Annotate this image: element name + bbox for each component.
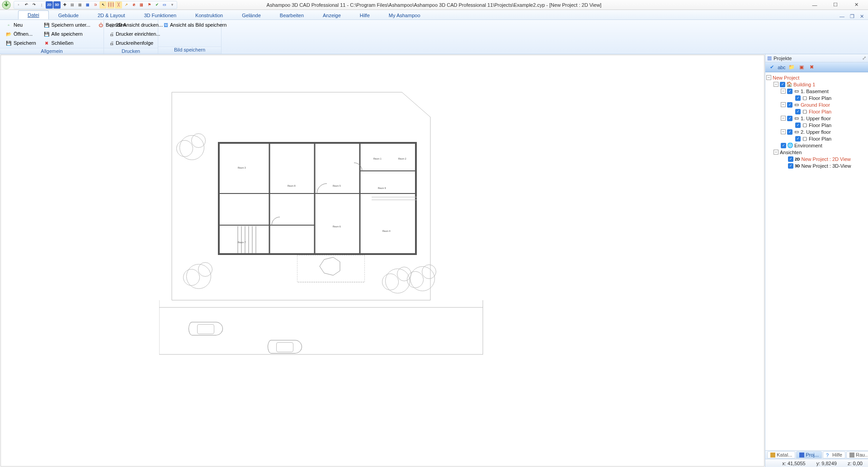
tree-project-root[interactable]: − New Project	[766, 74, 867, 81]
tab-my-ashampoo[interactable]: My Ashampoo	[379, 11, 430, 19]
ribbon-neu[interactable]: ▫Neu	[4, 21, 38, 29]
checkbox-icon[interactable]: ✓	[787, 102, 793, 108]
tree-icon	[410, 266, 435, 291]
path-line	[372, 192, 417, 205]
mdi-restore-icon[interactable]: ❐	[849, 14, 856, 19]
mdi-close-icon[interactable]: ✕	[859, 14, 865, 19]
qat-cursor-icon[interactable]: ↖	[99, 1, 107, 9]
tree-floor-plan[interactable]: ✓ ▢ Floor Plan	[766, 94, 867, 101]
checkbox-icon[interactable]: ✓	[795, 109, 801, 114]
side-tab-hilfe[interactable]: ?Hilfe	[823, 451, 845, 458]
tab-bearbeiten[interactable]: Bearbeiten	[270, 11, 313, 19]
drawing-canvas[interactable]: Raum 3 Raum 8 Raum 5 Raum 1 Raum 2 Raum …	[0, 55, 764, 467]
pin-icon[interactable]: ⤢	[862, 55, 866, 61]
ribbon-speichern-unter[interactable]: 💾Speichern unter...	[42, 21, 92, 29]
tree-floor[interactable]: − ✓ ▭ 1. Basement	[766, 88, 867, 94]
expander-icon[interactable]: −	[781, 89, 786, 94]
qat-list2-icon[interactable]: ▦	[76, 1, 84, 9]
ribbon-schliessen[interactable]: ✖Schließen	[42, 39, 92, 47]
qat-flag-icon[interactable]: ⚑	[146, 1, 153, 9]
projects-panel-title: ▥ Projekte ⤢	[765, 54, 868, 62]
tree-floor[interactable]: − ✓ ▭ 1. Upper floor	[766, 115, 867, 122]
qat-cross-icon[interactable]: ✚	[61, 1, 68, 9]
tab-hilfe[interactable]: Hilfe	[350, 11, 379, 19]
checkbox-icon[interactable]: ✓	[781, 143, 786, 148]
checkbox-icon[interactable]: ✓	[795, 123, 801, 128]
panel-folder-icon[interactable]: 📁	[788, 64, 795, 71]
expander-icon[interactable]: −	[766, 75, 771, 80]
tree-floor-plan-label: Floor Plan	[809, 123, 831, 128]
tree-floor-plan[interactable]: ✓ ▢ Floor Plan	[766, 108, 867, 115]
side-tab-projekte[interactable]: Proj...	[796, 451, 822, 458]
qat-dropdown-icon[interactable]: ▾	[169, 1, 176, 9]
tree-floor-plan[interactable]: ✓ ▢ Floor Plan	[766, 122, 867, 128]
ribbon-ansicht-drucken[interactable]: 🖨2D Ansicht drucken...	[108, 21, 154, 29]
qat-grid-icon[interactable]: ▦	[84, 1, 91, 9]
ribbon-oeffnen[interactable]: 📂Öffnen...	[4, 30, 38, 38]
tree-building[interactable]: − ✓ 🏠 Building 1	[766, 81, 867, 88]
ribbon-drucker-einrichten[interactable]: 🖨Drucker einrichten...	[108, 30, 154, 38]
panel-rename-icon[interactable]: abc	[778, 64, 785, 71]
qat-2d-icon[interactable]: 2D	[46, 1, 53, 9]
tree-icon	[385, 269, 410, 293]
qat-tool1-icon[interactable]: ⎚	[130, 1, 137, 9]
checkbox-icon[interactable]: ✓	[795, 95, 801, 101]
qat-tool2-icon[interactable]: ▥	[138, 1, 145, 9]
ribbon-als-bild[interactable]: 🖼Ansicht als Bild speichern	[162, 21, 217, 29]
qat-ruler2-icon[interactable]: ╳	[115, 1, 122, 9]
qat-tool3-icon[interactable]: ▭	[161, 1, 168, 9]
checkbox-icon[interactable]: ✓	[787, 89, 793, 94]
expander-icon[interactable]: −	[774, 150, 778, 155]
tree-floor-plan[interactable]: ✓ ▢ Floor Plan	[766, 135, 867, 142]
tab-konstruktion[interactable]: Konstruktion	[186, 11, 232, 19]
ribbon-druckreihenfolge[interactable]: 🖨Druckreihenfolge	[108, 39, 154, 47]
expander-icon[interactable]: −	[781, 129, 786, 134]
exit-icon: ⏻	[98, 22, 104, 28]
checkbox-icon[interactable]: ✓	[787, 129, 793, 135]
plan-icon: ▢	[802, 95, 808, 101]
checkbox-icon[interactable]: ✓	[780, 82, 785, 87]
save-icon: 💾	[5, 40, 12, 46]
close-button[interactable]: ✕	[850, 1, 863, 9]
tab-gelaende[interactable]: Gelände	[232, 11, 270, 19]
tree-view-item[interactable]: ✓ 3D New Project : 3D-View	[766, 162, 867, 169]
qat-new-icon[interactable]: ▫	[15, 1, 22, 9]
tree-environment[interactable]: ✓ 🌐 Environment	[766, 142, 867, 149]
side-tab-raum[interactable]: Rau...	[846, 451, 868, 458]
mdi-minimize-icon[interactable]: —	[838, 14, 846, 19]
panel-image-icon[interactable]: ▣	[798, 64, 805, 71]
qat-check-icon[interactable]: ✔	[153, 1, 160, 9]
maximize-button[interactable]: ☐	[829, 1, 842, 9]
checkbox-icon[interactable]: ✓	[787, 116, 793, 121]
minimize-button[interactable]: —	[808, 1, 821, 9]
tree-view-item[interactable]: ✓ 2D New Project : 2D View	[766, 156, 867, 162]
expander-icon[interactable]: −	[781, 102, 786, 107]
checkbox-icon[interactable]: ✓	[788, 163, 793, 169]
qat-list1-icon[interactable]: ▤	[69, 1, 76, 9]
tab-2d-layout[interactable]: 2D & Layout	[88, 11, 135, 19]
checkbox-icon[interactable]: ✓	[788, 156, 793, 162]
checkbox-icon[interactable]: ✓	[795, 136, 801, 142]
tree-floor[interactable]: − ✓ ▭ Ground Floor	[766, 101, 867, 108]
side-tab-katalog[interactable]: Katal...	[767, 451, 795, 458]
qat-undo-icon[interactable]: ↶	[23, 1, 30, 9]
ribbon-alle-speichern[interactable]: 💾Alle speichern	[42, 30, 92, 38]
qat-ruler1-icon[interactable]: ┃┃┃	[107, 1, 114, 9]
qat-arrow-icon[interactable]: ↗	[123, 1, 130, 9]
panel-delete-icon[interactable]: ✖	[808, 64, 815, 71]
car-icon	[268, 340, 302, 354]
tree-floor[interactable]: − ✓ ▭ 2. Upper floor	[766, 128, 867, 135]
tab-gebaeude[interactable]: Gebäude	[49, 11, 88, 19]
qat-magnet-icon[interactable]: ⊃	[92, 1, 99, 9]
tab-3d-funktionen[interactable]: 3D Funktionen	[135, 11, 186, 19]
qat-redo-icon[interactable]: ↷	[30, 1, 38, 9]
floor-icon: ▭	[793, 102, 800, 108]
ribbon-speichern[interactable]: 💾Speichern	[4, 39, 38, 47]
tab-datei[interactable]: Datei	[18, 10, 49, 19]
qat-3d-icon[interactable]: 3D	[53, 1, 61, 9]
tree-views-root[interactable]: − Ansichten	[766, 149, 867, 156]
expander-icon[interactable]: −	[774, 82, 778, 87]
panel-check-icon[interactable]: ✔	[768, 64, 775, 71]
tab-anzeige[interactable]: Anzeige	[313, 11, 350, 19]
expander-icon[interactable]: −	[781, 116, 786, 121]
